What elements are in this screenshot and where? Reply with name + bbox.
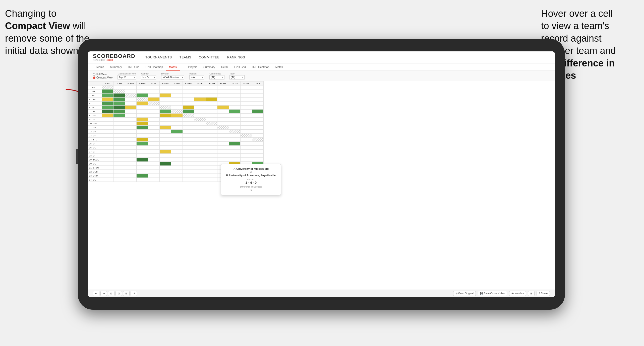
matrix-cell[interactable] bbox=[183, 170, 194, 174]
matrix-cell[interactable] bbox=[252, 134, 264, 138]
matrix-cell[interactable] bbox=[113, 158, 125, 162]
matrix-cell[interactable] bbox=[102, 118, 113, 122]
sub-nav-players[interactable]: Players bbox=[185, 63, 200, 71]
matrix-cell[interactable] bbox=[102, 134, 113, 138]
sub-nav-summary1[interactable]: Summary bbox=[107, 63, 125, 71]
matrix-cell[interactable] bbox=[137, 114, 148, 118]
matrix-cell[interactable] bbox=[171, 98, 183, 102]
matrix-cell[interactable] bbox=[137, 174, 148, 178]
matrix-cell[interactable] bbox=[148, 158, 160, 162]
matrix-cell[interactable] bbox=[102, 126, 113, 130]
matrix-cell[interactable] bbox=[252, 106, 264, 110]
sub-nav-h2h-grid1[interactable]: H2H Grid bbox=[125, 63, 142, 71]
matrix-cell[interactable] bbox=[217, 98, 229, 102]
matrix-cell[interactable] bbox=[113, 102, 125, 106]
matrix-cell[interactable] bbox=[102, 106, 113, 110]
matrix-cell[interactable] bbox=[148, 150, 160, 154]
matrix-cell[interactable] bbox=[252, 154, 264, 158]
matrix-cell[interactable] bbox=[113, 170, 125, 174]
matrix-cell[interactable] bbox=[241, 126, 252, 130]
matrix-cell[interactable] bbox=[171, 106, 183, 110]
matrix-cell[interactable] bbox=[206, 142, 217, 146]
matrix-cell[interactable] bbox=[183, 102, 194, 106]
matrix-cell[interactable] bbox=[252, 146, 264, 150]
matrix-cell[interactable] bbox=[137, 138, 148, 142]
matrix-cell[interactable] bbox=[171, 146, 183, 150]
matrix-cell[interactable] bbox=[148, 154, 160, 158]
matrix-cell[interactable] bbox=[113, 162, 125, 166]
matrix-cell[interactable] bbox=[171, 162, 183, 166]
matrix-cell[interactable] bbox=[137, 158, 148, 162]
matrix-cell[interactable] bbox=[241, 110, 252, 114]
matrix-cell[interactable] bbox=[148, 178, 160, 182]
matrix-cell[interactable] bbox=[183, 118, 194, 122]
nav-teams[interactable]: TEAMS bbox=[180, 55, 191, 59]
matrix-cell[interactable] bbox=[206, 158, 217, 162]
matrix-cell[interactable] bbox=[102, 110, 113, 114]
matrix-cell[interactable] bbox=[217, 150, 229, 154]
matrix-cell[interactable] bbox=[252, 110, 264, 114]
matrix-cell[interactable] bbox=[160, 118, 171, 122]
matrix-cell[interactable] bbox=[183, 98, 194, 102]
matrix-cell[interactable] bbox=[137, 110, 148, 114]
matrix-cell[interactable] bbox=[217, 106, 229, 110]
matrix-cell[interactable] bbox=[160, 150, 171, 154]
matrix-cell[interactable] bbox=[194, 102, 206, 106]
matrix-cell[interactable] bbox=[183, 134, 194, 138]
matrix-cell[interactable] bbox=[206, 98, 217, 102]
matrix-cell[interactable] bbox=[171, 150, 183, 154]
matrix-cell[interactable] bbox=[113, 130, 125, 134]
matrix-cell[interactable] bbox=[160, 142, 171, 146]
matrix-cell[interactable] bbox=[217, 85, 229, 90]
matrix-cell[interactable] bbox=[241, 138, 252, 142]
matrix-cell[interactable] bbox=[252, 94, 264, 98]
matrix-cell[interactable] bbox=[160, 102, 171, 106]
toolbar-btn3[interactable]: ⊡ bbox=[108, 291, 114, 296]
matrix-cell[interactable] bbox=[160, 154, 171, 158]
matrix-cell[interactable] bbox=[113, 150, 125, 154]
matrix-cell[interactable] bbox=[137, 146, 148, 150]
matrix-cell[interactable] bbox=[113, 154, 125, 158]
matrix-scroll[interactable]: 1. AU 2. VU 3. ASU 4. UNC 5. UT 6. FSU 7… bbox=[88, 81, 555, 290]
matrix-cell[interactable] bbox=[125, 178, 137, 182]
sub-nav-h2h-heatmap1[interactable]: H2H Heatmap bbox=[142, 63, 166, 71]
toolbar-btn5[interactable]: ⊟ bbox=[123, 291, 130, 296]
matrix-cell[interactable] bbox=[217, 102, 229, 106]
matrix-cell[interactable] bbox=[160, 146, 171, 150]
matrix-cell[interactable] bbox=[148, 90, 160, 94]
sub-nav-matrix2[interactable]: Matrix bbox=[272, 63, 286, 71]
matrix-cell[interactable] bbox=[183, 138, 194, 142]
matrix-cell[interactable] bbox=[229, 110, 241, 114]
matrix-cell[interactable] bbox=[125, 134, 137, 138]
matrix-cell[interactable] bbox=[206, 102, 217, 106]
matrix-cell[interactable] bbox=[206, 110, 217, 114]
matrix-cell[interactable] bbox=[229, 90, 241, 94]
sub-nav-h2h-grid2[interactable]: H2H Grid bbox=[231, 63, 249, 71]
matrix-cell[interactable] bbox=[183, 150, 194, 154]
compact-view-radio[interactable]: Compact View bbox=[93, 76, 112, 79]
matrix-cell[interactable] bbox=[171, 134, 183, 138]
matrix-cell[interactable] bbox=[217, 114, 229, 118]
matrix-cell[interactable] bbox=[194, 138, 206, 142]
toolbar-redo[interactable]: ↪ bbox=[100, 291, 107, 296]
matrix-cell[interactable] bbox=[125, 85, 137, 90]
matrix-cell[interactable] bbox=[206, 122, 217, 126]
matrix-cell[interactable] bbox=[206, 134, 217, 138]
matrix-cell[interactable] bbox=[148, 166, 160, 170]
matrix-cell[interactable] bbox=[113, 142, 125, 146]
matrix-cell[interactable] bbox=[102, 138, 113, 142]
matrix-cell[interactable] bbox=[229, 158, 241, 162]
matrix-cell[interactable] bbox=[252, 102, 264, 106]
matrix-cell[interactable] bbox=[148, 85, 160, 90]
matrix-cell[interactable] bbox=[113, 178, 125, 182]
matrix-cell[interactable] bbox=[241, 114, 252, 118]
matrix-cell[interactable] bbox=[125, 90, 137, 94]
toolbar-undo[interactable]: ↩ bbox=[93, 291, 99, 296]
matrix-cell[interactable] bbox=[194, 178, 206, 182]
matrix-cell[interactable] bbox=[183, 106, 194, 110]
matrix-cell[interactable] bbox=[113, 166, 125, 170]
matrix-cell[interactable] bbox=[183, 162, 194, 166]
matrix-cell[interactable] bbox=[113, 98, 125, 102]
matrix-cell[interactable] bbox=[206, 130, 217, 134]
matrix-cell[interactable] bbox=[229, 134, 241, 138]
